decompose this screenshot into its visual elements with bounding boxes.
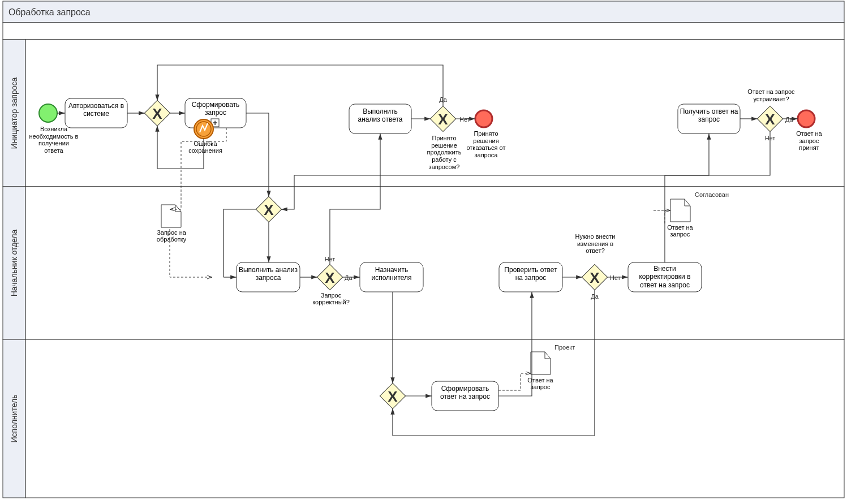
label-project: Проект (554, 344, 575, 351)
pool-spacer (3, 23, 844, 40)
pool-title: Обработка запроса (8, 7, 91, 17)
label-approved: Согласован (695, 191, 729, 198)
svg-text:X: X (388, 388, 398, 405)
start-event-label: Возникла необходимость в получении ответ… (28, 126, 79, 160)
end-event-accepted (798, 110, 815, 127)
end-event-abandon (475, 110, 492, 127)
data-object-answer-project (531, 352, 551, 374)
svg-text:X: X (264, 201, 274, 218)
label-no-4: Нет (610, 274, 621, 281)
svg-text:X: X (325, 269, 335, 286)
bpmn-diagram: Обработка запроса Инициатор запроса Нача… (0, 0, 847, 504)
svg-text:X: X (765, 111, 775, 128)
lane-body-head (25, 187, 844, 339)
pool-header (3, 1, 844, 23)
svg-text:X: X (152, 105, 162, 122)
lane-label-executor: Исполнитель (10, 395, 19, 443)
label-yes-2: Да (785, 116, 793, 123)
lane-label-head: Начальник отдела (10, 230, 19, 297)
svg-text:X: X (438, 111, 448, 128)
lane-body-executor (25, 339, 844, 498)
label-no-1: Нет (459, 116, 470, 123)
svg-text:X: X (590, 269, 600, 286)
start-event (39, 104, 57, 122)
data-object-request (161, 205, 181, 227)
data-object-answer-approved (670, 199, 690, 222)
lane-label-initiator: Инициатор запроса (10, 77, 19, 149)
label-yes-3: Да (345, 274, 352, 281)
